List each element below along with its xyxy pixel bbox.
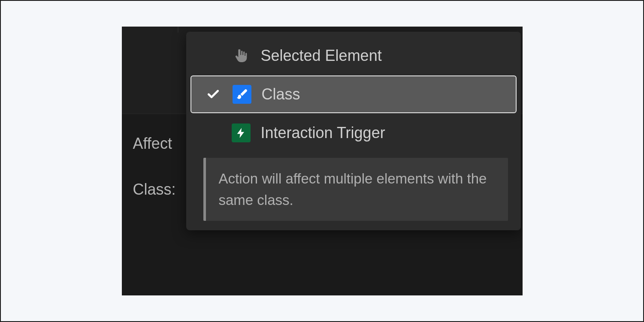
dropdown-option-label: Selected Element [261,47,382,65]
pointer-hand-icon [232,46,251,65]
dropdown-hint-text: Action will affect multiple elements wit… [219,171,487,208]
class-label: Class: [133,180,176,200]
dropdown-option-label: Interaction Trigger [261,124,385,142]
sidebar-labels: Affect Class: [133,134,176,200]
dropdown-hint: Action will affect multiple elements wit… [203,158,508,221]
check-icon [206,87,220,101]
paintbrush-icon [233,85,251,104]
lightning-icon [232,123,251,142]
settings-panel: Affect Class: Selected Element [122,27,523,295]
dropdown-option-label: Class [262,85,300,103]
header-divider [178,27,178,33]
dropdown-option-class[interactable]: Class [190,75,517,113]
affect-label: Affect [133,134,176,154]
dropdown-option-interaction-trigger[interactable]: Interaction Trigger [190,115,517,151]
dropdown-option-selected-element[interactable]: Selected Element [190,38,517,74]
check-slot [204,87,222,101]
affect-dropdown: Selected Element Class Interac [186,32,521,230]
